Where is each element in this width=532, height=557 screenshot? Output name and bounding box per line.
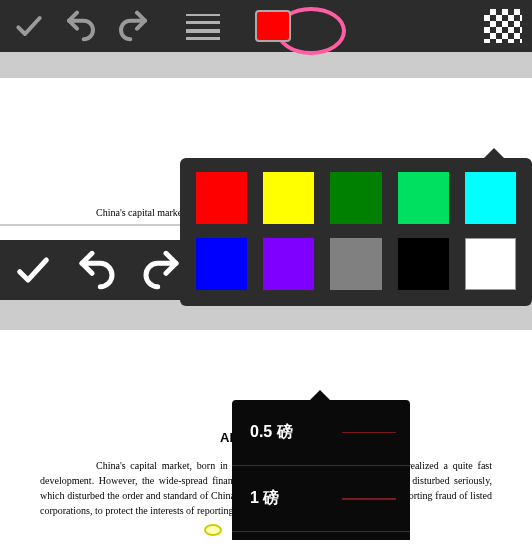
checkmark-icon bbox=[13, 250, 53, 290]
palette-color-0[interactable] bbox=[196, 172, 247, 224]
thickness-option-1[interactable]: 1 磅 bbox=[232, 466, 410, 532]
toolbar-subbar bbox=[0, 52, 532, 78]
panel-color-palette: Abstract China's capital market, built i… bbox=[0, 0, 532, 226]
checker-icon bbox=[484, 9, 522, 43]
checkmark-icon bbox=[13, 10, 45, 42]
palette-color-9[interactable] bbox=[465, 238, 516, 290]
svg-rect-0 bbox=[186, 14, 220, 16]
confirm-button[interactable] bbox=[8, 5, 50, 47]
lines-icon bbox=[186, 12, 220, 40]
palette-color-5[interactable] bbox=[196, 238, 247, 290]
svg-rect-2 bbox=[186, 29, 220, 33]
redo-button[interactable] bbox=[112, 5, 154, 47]
palette-color-7[interactable] bbox=[330, 238, 381, 290]
undo-icon bbox=[65, 10, 97, 42]
svg-rect-1 bbox=[186, 21, 220, 24]
thickness-option-label: 0.5 磅 bbox=[250, 422, 293, 443]
color-swatch-icon bbox=[255, 10, 291, 42]
document-area: Abstract China's capital market, built i… bbox=[0, 78, 532, 226]
annotation-mark bbox=[204, 524, 222, 536]
svg-rect-3 bbox=[186, 37, 220, 40]
opacity-button[interactable] bbox=[482, 5, 524, 47]
color-palette-popup bbox=[180, 158, 532, 306]
line-thickness-button[interactable] bbox=[182, 5, 224, 47]
redo-icon bbox=[141, 250, 181, 290]
palette-color-8[interactable] bbox=[398, 238, 449, 290]
thickness-preview-line bbox=[342, 432, 396, 433]
undo-button[interactable] bbox=[60, 5, 102, 47]
thickness-popup: 0.5 磅 1 磅 3 磅 bbox=[232, 400, 410, 540]
thickness-option-0_5[interactable]: 0.5 磅 bbox=[232, 400, 410, 466]
thickness-preview-line bbox=[342, 498, 396, 500]
confirm-button[interactable] bbox=[8, 245, 58, 295]
undo-icon bbox=[77, 250, 117, 290]
palette-color-4[interactable] bbox=[465, 172, 516, 224]
palette-color-6[interactable] bbox=[263, 238, 314, 290]
redo-button[interactable] bbox=[136, 245, 186, 295]
thickness-option-label: 1 磅 bbox=[250, 488, 279, 509]
document-area: Abstract China's capital market, born in… bbox=[0, 330, 532, 540]
thickness-option-3[interactable]: 3 磅 bbox=[232, 532, 410, 540]
undo-button[interactable] bbox=[72, 245, 122, 295]
palette-color-1[interactable] bbox=[263, 172, 314, 224]
palette-color-2[interactable] bbox=[330, 172, 381, 224]
palette-color-3[interactable] bbox=[398, 172, 449, 224]
redo-icon bbox=[117, 10, 149, 42]
toolbar bbox=[0, 0, 532, 52]
color-button[interactable] bbox=[252, 5, 294, 47]
